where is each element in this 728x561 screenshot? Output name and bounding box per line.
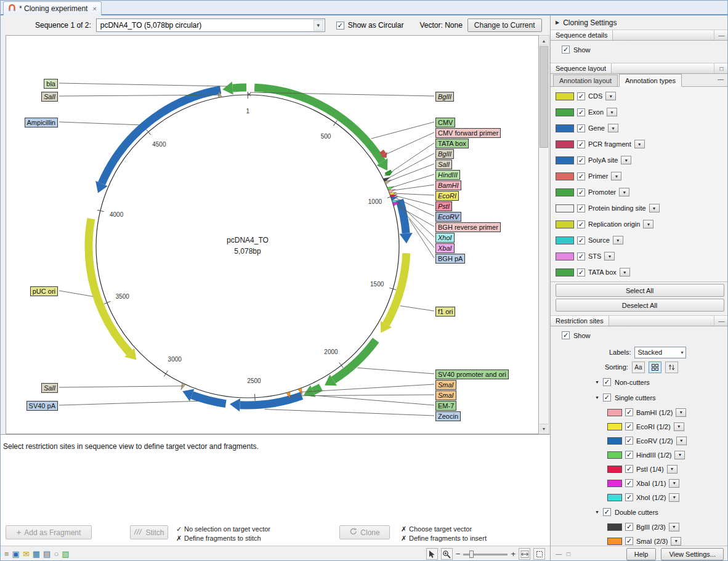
- collapse-section-icon[interactable]: —: [714, 30, 728, 40]
- labels-select[interactable]: Stacked ▾: [634, 347, 686, 358]
- map-label[interactable]: bla: [44, 79, 58, 89]
- map-label[interactable]: XbaI: [435, 243, 455, 253]
- map-label[interactable]: PstI: [435, 201, 452, 211]
- element-info-icon[interactable]: ▧: [62, 549, 69, 559]
- sequence-details-show-checkbox[interactable]: ✓: [562, 46, 570, 54]
- map-label[interactable]: SmaI: [435, 390, 456, 400]
- map-label[interactable]: EcoRI: [435, 191, 459, 201]
- zoom-slider-thumb[interactable]: [469, 551, 474, 558]
- collapse-section-icon[interactable]: —: [714, 316, 728, 326]
- restriction-site-marker[interactable]: ×: [247, 91, 251, 98]
- feature-f1-origin[interactable]: [381, 253, 406, 333]
- map-label[interactable]: BglII: [435, 92, 454, 102]
- map-label[interactable]: BglII: [435, 149, 454, 159]
- annotation-type-dropdown-icon[interactable]: ▾: [620, 268, 630, 276]
- enzyme-checkbox[interactable]: ✓: [625, 422, 633, 430]
- map-label[interactable]: SmaI: [435, 380, 456, 390]
- close-tab-icon[interactable]: ×: [92, 5, 96, 12]
- change-to-current-button[interactable]: Change to Current: [467, 18, 542, 32]
- sort-alphabetical-button[interactable]: Aa: [632, 361, 645, 373]
- zoom-out-icon[interactable]: −: [456, 549, 461, 559]
- annotation-type-checkbox[interactable]: ✓: [577, 156, 585, 164]
- show-as-circular-checkbox[interactable]: ✓: [336, 22, 344, 30]
- feature-bla-promoter[interactable]: [222, 82, 246, 95]
- tree-expand-icon[interactable]: ▼: [595, 380, 599, 384]
- tab-annotation-types[interactable]: Annotation types: [619, 74, 682, 87]
- fit-width-button[interactable]: [519, 548, 530, 560]
- enzyme-dropdown-icon[interactable]: ▾: [669, 523, 679, 531]
- enzyme-checkbox[interactable]: ✓: [625, 537, 633, 545]
- restriction-group-checkbox[interactable]: ✓: [603, 394, 611, 402]
- float-panel-icon[interactable]: □: [567, 551, 570, 557]
- enzyme-checkbox[interactable]: ✓: [625, 451, 633, 459]
- tree-expand-icon[interactable]: ▼: [595, 395, 599, 400]
- restriction-group-checkbox[interactable]: ✓: [603, 508, 611, 516]
- enzyme-dropdown-icon[interactable]: ▾: [669, 479, 679, 488]
- section-sequence-details[interactable]: Sequence details —: [551, 30, 728, 41]
- map-label[interactable]: XhoI: [435, 233, 455, 243]
- annotation-type-dropdown-icon[interactable]: ▾: [643, 220, 653, 228]
- enzyme-dropdown-icon[interactable]: ▾: [676, 437, 687, 445]
- sort-by-length-button[interactable]: [665, 361, 678, 373]
- annotation-type-checkbox[interactable]: ✓: [577, 252, 585, 260]
- restriction-group-row[interactable]: ▼✓Double cutters: [551, 504, 728, 520]
- zoom-full-button[interactable]: [533, 548, 545, 560]
- map-label[interactable]: BGH reverse primer: [435, 222, 501, 232]
- annotation-type-checkbox[interactable]: ✓: [577, 236, 585, 244]
- annotation-type-dropdown-icon[interactable]: ▾: [604, 252, 615, 260]
- expand-section-icon[interactable]: □: [714, 63, 728, 73]
- mail-view-icon[interactable]: ✉: [23, 549, 30, 559]
- table-view-icon[interactable]: ▦: [33, 549, 40, 559]
- stitch-button[interactable]: Stitch: [130, 525, 168, 539]
- zoom-in-icon[interactable]: +: [511, 549, 516, 559]
- annotation-type-checkbox[interactable]: ✓: [577, 204, 585, 212]
- annotation-type-dropdown-icon[interactable]: ▾: [634, 140, 645, 148]
- restriction-group-row[interactable]: ▼✓Single cutters: [551, 390, 728, 405]
- annotation-type-checkbox[interactable]: ✓: [577, 268, 585, 276]
- collapse-section-icon[interactable]: —: [718, 76, 724, 83]
- deselect-all-button[interactable]: Deselect All: [556, 299, 724, 312]
- sort-by-frequency-button[interactable]: [649, 361, 661, 373]
- map-label[interactable]: SV40 promoter and ori: [435, 369, 509, 379]
- scrollbar-thumb[interactable]: [540, 46, 548, 148]
- annotation-type-checkbox[interactable]: ✓: [577, 172, 585, 180]
- annotation-type-checkbox[interactable]: ✓: [577, 92, 585, 100]
- map-label[interactable]: pUC ori: [30, 286, 58, 296]
- zoom-tool-button[interactable]: [441, 548, 453, 560]
- map-label[interactable]: TATA box: [435, 139, 469, 148]
- select-all-button[interactable]: Select All: [556, 284, 724, 297]
- map-label[interactable]: Zeocin: [435, 411, 461, 421]
- feature-tata-box[interactable]: [384, 171, 394, 176]
- annotation-type-checkbox[interactable]: ✓: [577, 108, 585, 116]
- annotation-type-dropdown-icon[interactable]: ▾: [621, 156, 631, 164]
- restriction-sites-show-checkbox[interactable]: ✓: [562, 331, 570, 339]
- map-label[interactable]: HindIII: [435, 170, 460, 180]
- vertical-scrollbar[interactable]: ▲ ▼: [539, 35, 549, 434]
- annotation-type-dropdown-icon[interactable]: ▾: [607, 108, 617, 116]
- enzyme-dropdown-icon[interactable]: ▾: [669, 493, 679, 502]
- view-settings-button[interactable]: View Settings...: [661, 548, 724, 560]
- enzyme-dropdown-icon[interactable]: ▾: [671, 537, 681, 546]
- selection-tool-button[interactable]: [426, 548, 438, 560]
- enzyme-dropdown-icon[interactable]: ▾: [667, 465, 677, 474]
- annotation-type-checkbox[interactable]: ✓: [577, 140, 585, 148]
- enzyme-dropdown-icon[interactable]: ▾: [674, 451, 685, 459]
- cloning-settings-header[interactable]: ▶ Cloning Settings: [551, 15, 728, 30]
- annotation-type-checkbox[interactable]: ✓: [577, 220, 585, 228]
- list-view-icon[interactable]: ≡: [4, 549, 9, 559]
- annotation-table-icon[interactable]: ▤: [43, 549, 51, 559]
- help-button[interactable]: Help: [626, 548, 657, 560]
- annotation-type-dropdown-icon[interactable]: ▾: [649, 204, 660, 212]
- annotation-type-dropdown-icon[interactable]: ▾: [613, 236, 623, 244]
- enzyme-checkbox[interactable]: ✓: [625, 408, 633, 416]
- map-label[interactable]: BamHI: [435, 180, 461, 190]
- minimize-panel-icon[interactable]: —: [556, 551, 562, 557]
- enzyme-checkbox[interactable]: ✓: [625, 479, 633, 487]
- add-as-fragment-button[interactable]: + Add as Fragment: [6, 525, 92, 539]
- annotation-type-dropdown-icon[interactable]: ▾: [608, 124, 618, 132]
- map-label[interactable]: SV40 pA: [26, 401, 58, 411]
- enzyme-checkbox[interactable]: ✓: [625, 523, 633, 531]
- sequence-select[interactable]: pcDNA4_TO (5,078bp circular) ▾: [96, 18, 325, 32]
- zoom-slider[interactable]: [463, 550, 508, 559]
- plasmid-map-canvas[interactable]: 150010001500200025003000350040004500×pcD…: [6, 35, 539, 434]
